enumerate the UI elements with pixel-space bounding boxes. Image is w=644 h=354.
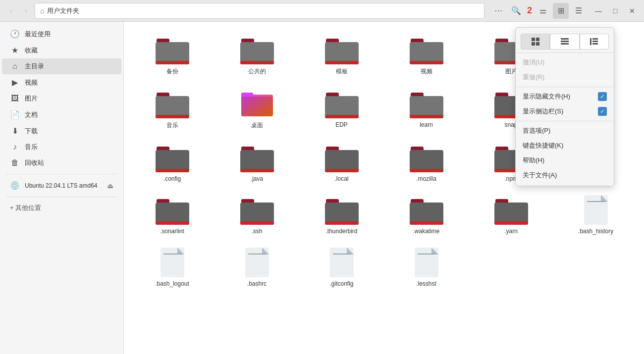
sidebar-item-videos[interactable]: ▶ 视频	[2, 74, 121, 91]
file-label: .bashrc	[247, 280, 267, 287]
sidebar-item-documents[interactable]: 📄 文档	[2, 106, 121, 123]
svg-rect-47	[410, 169, 443, 172]
forward-button[interactable]: ›	[19, 4, 33, 18]
sidebar-item-other[interactable]: + 其他位置	[2, 200, 121, 216]
folder-item[interactable]: learn	[386, 84, 467, 134]
back-button[interactable]: ‹	[4, 4, 18, 18]
svg-rect-8	[325, 61, 359, 64]
svg-rect-23	[241, 97, 273, 116]
svg-rect-102	[536, 42, 539, 46]
folder-item[interactable]: 备份	[132, 30, 213, 80]
folder-icon	[409, 34, 444, 65]
folder-item[interactable]: .config	[132, 138, 213, 186]
menu-help[interactable]: 帮助(H)	[516, 153, 614, 168]
svg-rect-29	[410, 115, 443, 118]
folder-label: .java	[251, 175, 263, 182]
folder-item[interactable]: .mozilla	[386, 138, 467, 186]
folder-label: .ssh	[251, 228, 262, 235]
file-item[interactable]: .bash_logout	[132, 243, 213, 291]
sidebar-label-bookmarks: 收藏	[25, 46, 38, 55]
search-button[interactable]: 🔍	[508, 3, 524, 19]
sidebar: 🕐 最近使用 ★ 收藏 ⌂ 主目录 ▶ 视频 🖼 图片 📄 文档 ⬇ 下载 ♪	[0, 22, 124, 354]
eject-icon[interactable]: ⏏	[107, 182, 113, 190]
address-bar[interactable]: ⌂ 用户文件夹	[35, 3, 484, 19]
folder-label: .wakatime	[413, 228, 439, 235]
folder-item[interactable]: 视频	[386, 30, 467, 80]
folder-item[interactable]: .thunderbird	[301, 190, 382, 239]
show-hidden-checkbox[interactable]: ✓	[598, 92, 607, 101]
folder-label: learn	[420, 121, 433, 128]
view-compact-button[interactable]	[580, 34, 609, 50]
file-label: .lesshst	[416, 280, 436, 287]
view-toggle-button[interactable]: ⚌	[535, 3, 551, 19]
folder-item[interactable]: .yarn	[471, 190, 551, 239]
svg-rect-74	[587, 201, 605, 202]
sidebar-item-disk[interactable]: 💿 Ubuntu 22.04.1 LTS amd64 ⏏	[2, 177, 121, 194]
folder-icon	[239, 142, 275, 173]
svg-rect-100	[536, 38, 539, 41]
sidebar-item-bookmarks[interactable]: ★ 收藏	[2, 42, 121, 58]
svg-rect-107	[592, 38, 598, 40]
maximize-button[interactable]: □	[607, 3, 623, 19]
svg-rect-103	[561, 38, 569, 40]
file-item[interactable]: .bash_history	[555, 190, 636, 239]
folder-label: .local	[334, 175, 348, 182]
menu-shortcuts[interactable]: 键盘快捷键(K)	[516, 138, 614, 153]
svg-rect-38	[156, 169, 189, 172]
view-grid-button[interactable]	[521, 34, 550, 50]
folder-item[interactable]: EDP	[301, 84, 382, 134]
hamburger-menu-button[interactable]: ☰	[571, 3, 587, 19]
close-button[interactable]: ✕	[624, 3, 640, 19]
view-list-button[interactable]	[550, 34, 579, 50]
layout-button[interactable]: ⊞	[553, 3, 569, 19]
folder-icon	[409, 194, 444, 226]
file-icon	[328, 247, 356, 278]
more-options-button[interactable]: ⋯	[490, 3, 506, 19]
file-item[interactable]: .gitconfig	[301, 243, 382, 291]
sidebar-item-home[interactable]: ⌂ 主目录	[2, 58, 121, 74]
sidebar-item-pictures[interactable]: 🖼 图片	[2, 91, 121, 106]
folder-icon	[239, 34, 275, 65]
folder-item[interactable]: 桌面	[216, 84, 297, 134]
file-item[interactable]: .bashrc	[216, 243, 297, 291]
menu-undo[interactable]: 撤消(U)	[516, 55, 614, 70]
menu-about[interactable]: 关于文件(A)	[516, 168, 614, 183]
svg-rect-59	[240, 221, 274, 225]
menu-sep-1	[516, 87, 614, 87]
menu-redo[interactable]: 重做(R)	[516, 70, 614, 85]
svg-rect-98	[418, 253, 435, 254]
titlebar: ‹ › ⌂ 用户文件夹 ⋯ 🔍 2 ⚌ ⊞ ☰ — □ ✕	[0, 0, 644, 22]
trash-icon: 🗑	[10, 158, 20, 167]
sidebar-label-disk: Ubuntu 22.04.1 LTS amd64	[25, 182, 98, 189]
folder-item[interactable]: 公共的	[216, 30, 297, 80]
sidebar-divider	[6, 174, 117, 174]
svg-rect-22	[241, 93, 253, 97]
sidebar-item-recent[interactable]: 🕐 最近使用	[2, 26, 121, 42]
sidebar-item-downloads[interactable]: ⬇ 下载	[2, 123, 121, 139]
svg-rect-65	[410, 221, 443, 225]
hamburger-dropdown: 撤消(U) 重做(R) 显示隐藏文件(H) ✓ 显示侧边栏(S) ✓ 首选项(P…	[515, 27, 614, 186]
folder-item[interactable]: 音乐	[132, 84, 213, 134]
sidebar-item-trash[interactable]: 🗑 回收站	[2, 155, 121, 171]
file-item[interactable]: .lesshst	[386, 243, 467, 291]
menu-show-sidebar[interactable]: 显示侧边栏(S) ✓	[516, 104, 614, 119]
folder-item[interactable]: .local	[301, 138, 382, 186]
svg-rect-99	[532, 38, 535, 41]
sidebar-item-music[interactable]: ♪ 音乐	[2, 139, 121, 155]
folder-item[interactable]: 模板	[301, 30, 382, 80]
folder-item[interactable]: .java	[216, 138, 297, 186]
folder-item[interactable]: .wakatime	[386, 190, 467, 239]
menu-show-hidden[interactable]: 显示隐藏文件(H) ✓	[516, 89, 614, 104]
show-sidebar-checkbox[interactable]: ✓	[598, 107, 607, 116]
annotation-2: 2	[527, 5, 532, 16]
folder-icon	[155, 142, 190, 173]
menu-preferences[interactable]: 首选项(P)	[516, 123, 614, 138]
file-icon	[413, 247, 440, 278]
folder-item[interactable]: .sonarlint	[132, 190, 213, 239]
folder-item[interactable]: .ssh	[216, 190, 297, 239]
folder-icon	[324, 194, 360, 226]
file-label: .bash_history	[578, 228, 613, 235]
svg-rect-104	[561, 41, 569, 42]
folder-icon	[239, 194, 275, 226]
minimize-button[interactable]: —	[590, 3, 606, 19]
